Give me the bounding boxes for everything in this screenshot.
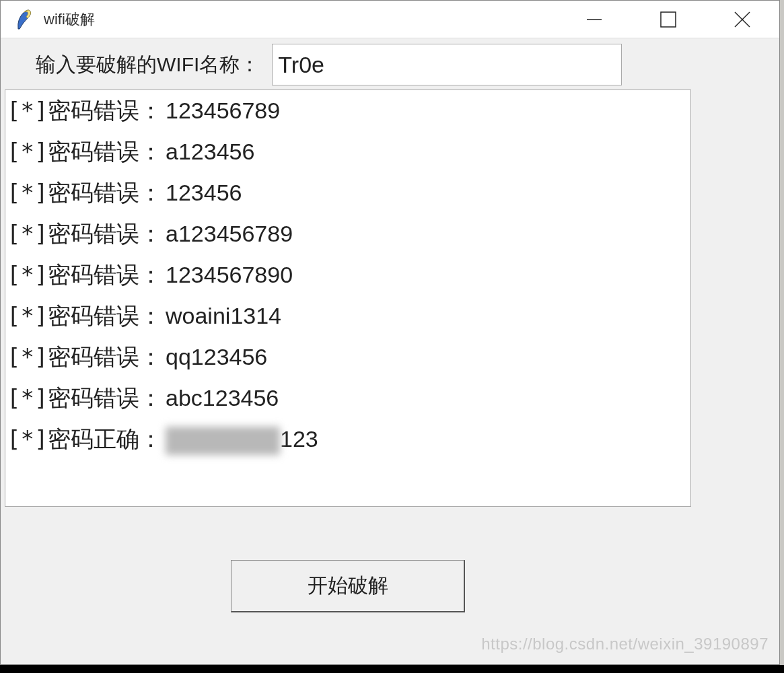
- titlebar: wifi破解: [1, 1, 779, 38]
- log-prefix: [*]: [7, 425, 48, 452]
- bottom-black-bar: [0, 665, 784, 673]
- log-prefix: [*]: [7, 343, 48, 370]
- close-icon: [734, 11, 751, 28]
- log-status: 密码错误：: [48, 303, 162, 328]
- log-status: 密码错误：: [48, 180, 162, 205]
- log-prefix: [*]: [7, 138, 48, 165]
- log-status: 密码错误：: [48, 344, 162, 369]
- content-area: 输入要破解的WIFI名称： [*]密码错误： 123456789 [*]密码错误…: [1, 38, 779, 664]
- start-crack-button[interactable]: 开始破解: [231, 560, 465, 612]
- log-line: [*]密码错误： 1234567890: [7, 254, 689, 295]
- redacted-segment: [166, 427, 280, 455]
- watermark-text: https://blog.csdn.net/weixin_39190897: [481, 635, 769, 653]
- wifi-name-input[interactable]: [272, 44, 622, 85]
- log-prefix: [*]: [7, 384, 48, 411]
- wifi-name-label: 输入要破解的WIFI名称：: [36, 51, 265, 79]
- app-window: wifi破解 输入要破解的WIFI名称： [*]密码错误： 123456789: [0, 0, 780, 665]
- log-status: 密码错误：: [48, 98, 162, 123]
- log-value: qq123456: [166, 336, 267, 378]
- log-value: abc123456: [166, 378, 279, 419]
- log-value: 1234567890: [166, 254, 293, 295]
- input-row: 输入要破解的WIFI名称：: [1, 44, 779, 85]
- minimize-icon: [585, 10, 604, 29]
- svg-rect-1: [661, 12, 676, 27]
- maximize-icon: [660, 11, 676, 28]
- app-icon: [14, 9, 36, 30]
- maximize-button[interactable]: [631, 1, 705, 38]
- log-line: [*]密码错误： 123456789: [7, 90, 689, 131]
- minimize-button[interactable]: [557, 1, 631, 38]
- log-status: 密码错误：: [48, 221, 162, 246]
- log-line: [*]密码错误： 123456: [7, 172, 689, 213]
- log-prefix: [*]: [7, 302, 48, 329]
- log-status: 密码错误：: [48, 262, 162, 287]
- log-status: 密码错误：: [48, 139, 162, 164]
- log-prefix: [*]: [7, 179, 48, 206]
- log-value: 123456: [166, 172, 242, 213]
- log-line: [*]密码错误： a123456789: [7, 213, 689, 254]
- log-value: 123: [166, 419, 318, 460]
- log-line: [*]密码错误： qq123456: [7, 336, 689, 378]
- log-line: [*]密码错误： abc123456: [7, 378, 689, 419]
- log-prefix: [*]: [7, 220, 48, 247]
- log-line: [*]密码错误： woaini1314: [7, 295, 689, 336]
- close-button[interactable]: [705, 1, 779, 38]
- log-value: a123456789: [166, 213, 293, 254]
- log-prefix: [*]: [7, 97, 48, 124]
- log-status: 密码正确：: [48, 426, 162, 452]
- log-value: 123456789: [166, 90, 280, 131]
- log-line: [*]密码正确： 123: [7, 419, 689, 460]
- log-output: [*]密码错误： 123456789 [*]密码错误： a123456 [*]密…: [5, 90, 691, 507]
- log-status: 密码错误：: [48, 385, 162, 411]
- log-line: [*]密码错误： a123456: [7, 131, 689, 172]
- log-prefix: [*]: [7, 261, 48, 288]
- log-value: woaini1314: [166, 295, 281, 336]
- log-value: a123456: [166, 131, 254, 172]
- window-title: wifi破解: [44, 9, 95, 30]
